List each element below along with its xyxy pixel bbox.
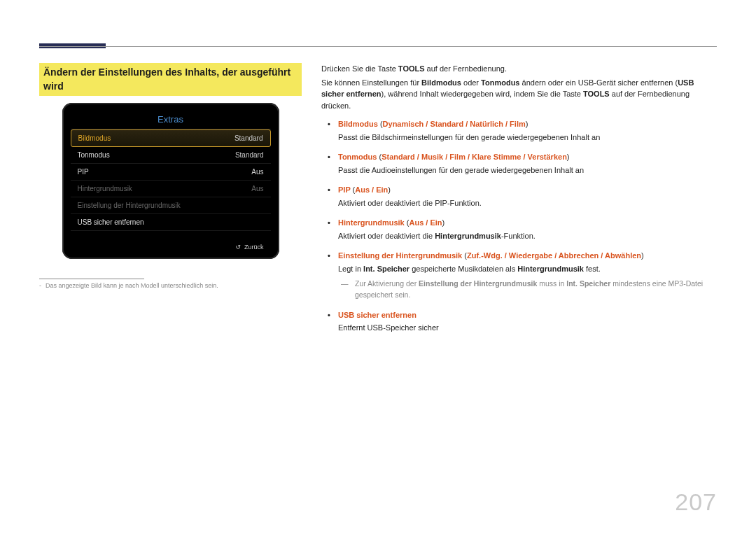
option-tonmodus: Tonmodus (Standard / Musik / Film / Klar… <box>321 151 717 176</box>
section-heading: Ändern der Einstellungen des Inhalts, de… <box>39 63 302 96</box>
page-number: 207 <box>675 489 717 516</box>
device-menu-panel: Extras Bildmodus Standard Tonmodus Stand… <box>62 103 279 259</box>
menu-row-einstellung-hintergrundmusik[interactable]: Einstellung der Hintergrundmusik <box>71 197 271 214</box>
intro-line-1: Drücken Sie die Taste TOOLS auf der Fern… <box>321 63 717 75</box>
intro-line-2: Sie können Einstellungen für Bildmodus o… <box>321 77 717 112</box>
option-usb-entfernen: USB sicher entfernen Entfernt USB-Speich… <box>321 309 717 334</box>
menu-value: Aus <box>251 168 263 176</box>
return-icon: ↻ <box>235 244 241 251</box>
option-hintergrundmusik: Hintergrundmusik (Aus / Ein) Aktiviert o… <box>321 217 717 241</box>
menu-label: Hintergrundmusik <box>78 185 132 192</box>
menu-label: Einstellung der Hintergrundmusik <box>78 202 181 209</box>
menu-label: Tonmodus <box>78 151 110 159</box>
header-rule <box>39 46 717 47</box>
menu-row-tonmodus[interactable]: Tonmodus Standard <box>71 147 271 164</box>
menu-label: USB sicher entfernen <box>78 218 144 226</box>
menu-label: PIP <box>78 168 89 176</box>
left-footnote: -Das angezeigte Bild kann je nach Modell… <box>39 282 302 289</box>
option-subnote: Zur Aktivierung der Einstellung der Hint… <box>338 279 717 301</box>
panel-back-button[interactable]: ↻ Zurück <box>71 231 271 253</box>
panel-title: Extras <box>71 110 271 129</box>
menu-row-bildmodus[interactable]: Bildmodus Standard <box>71 129 271 147</box>
panel-back-label: Zurück <box>244 244 264 251</box>
menu-value: Aus <box>251 185 263 192</box>
option-pip: PIP (Aus / Ein) Aktiviert oder deaktivie… <box>321 184 717 209</box>
menu-row-usb-entfernen[interactable]: USB sicher entfernen <box>71 214 271 231</box>
menu-value: Standard <box>235 151 264 159</box>
menu-row-hintergrundmusik[interactable]: Hintergrundmusik Aus <box>71 181 271 197</box>
footnote-rule <box>39 279 144 279</box>
menu-label: Bildmodus <box>78 134 111 142</box>
option-bildmodus: Bildmodus (Dynamisch / Standard / Natürl… <box>321 118 717 143</box>
menu-row-pip[interactable]: PIP Aus <box>71 164 271 181</box>
menu-value: Standard <box>234 134 263 142</box>
option-einstellung-hintergrundmusik: Einstellung der Hintergrundmusik (Zuf.-W… <box>321 250 717 301</box>
